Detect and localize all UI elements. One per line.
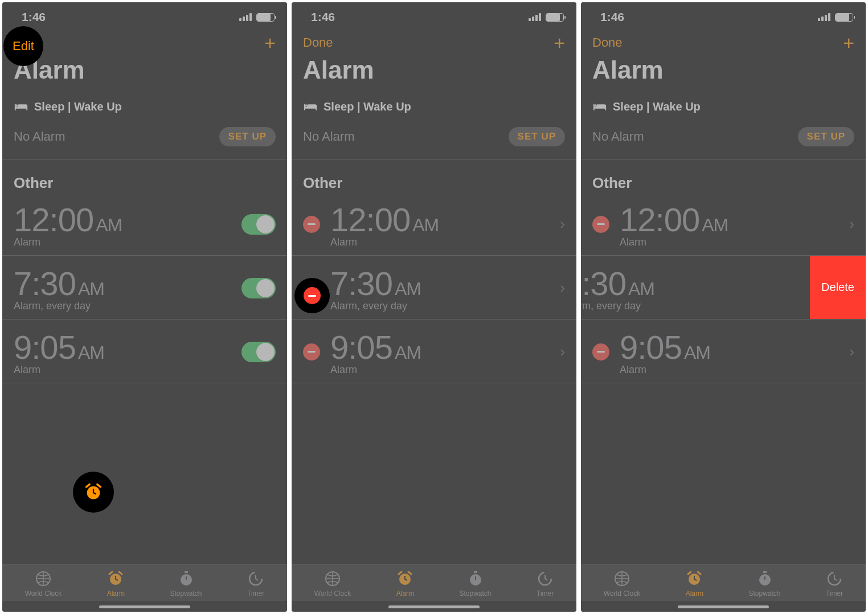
- no-alarm-label: No Alarm: [592, 129, 644, 144]
- tab-bar: World Clock Alarm Stopwatch Timer: [581, 564, 866, 601]
- alarm-row[interactable]: 7:30AM Alarm, every day: [2, 256, 287, 320]
- nav-bar: Done +: [581, 28, 866, 54]
- home-indicator[interactable]: [99, 605, 190, 608]
- battery-icon: [546, 13, 564, 22]
- chevron-right-icon: ›: [844, 215, 854, 233]
- alarm-row[interactable]: 12:00AM Alarm ›: [292, 192, 576, 256]
- status-right: [239, 13, 275, 22]
- tab-world-clock[interactable]: World Clock: [25, 570, 62, 597]
- tab-bar: World Clock Alarm Stopwatch Timer: [2, 564, 287, 601]
- sleep-section-header: Sleep | Wake Up: [2, 95, 287, 117]
- battery-icon: [835, 13, 853, 22]
- sleep-label: Sleep | Wake Up: [324, 100, 411, 113]
- alarm-row-swiped[interactable]: 7:30AM Alarm, every day › Delete: [581, 256, 866, 320]
- tab-timer[interactable]: Timer: [826, 570, 843, 597]
- chevron-right-icon: ›: [554, 215, 565, 233]
- chevron-right-icon: ›: [844, 343, 854, 361]
- bed-icon: [303, 101, 318, 113]
- status-time: 1:46: [22, 10, 46, 24]
- screen-1: 1:46 Edit + Alarm Sleep | Wake Up No Ala…: [2, 2, 287, 612]
- no-alarm-label: No Alarm: [303, 129, 354, 144]
- tab-stopwatch[interactable]: Stopwatch: [459, 570, 491, 597]
- tab-alarm[interactable]: Alarm: [107, 570, 125, 597]
- tab-stopwatch[interactable]: Stopwatch: [170, 570, 202, 597]
- alarm-row[interactable]: 9:05AM Alarm ›: [581, 320, 866, 383]
- setup-button[interactable]: SET UP: [219, 127, 276, 146]
- cellular-icon: [239, 13, 252, 21]
- sleep-row: No Alarm SET UP: [292, 117, 576, 159]
- sleep-row: No Alarm SET UP: [2, 117, 287, 159]
- chevron-right-icon: ›: [554, 343, 565, 361]
- bed-icon: [592, 101, 607, 113]
- page-title: Alarm: [292, 54, 576, 95]
- no-alarm-label: No Alarm: [14, 129, 65, 144]
- add-alarm-button[interactable]: +: [554, 36, 565, 49]
- add-alarm-button[interactable]: +: [843, 36, 854, 49]
- delete-minus-icon[interactable]: [592, 216, 609, 233]
- status-bar: 1:46: [581, 2, 866, 28]
- page-title: Alarm: [581, 54, 866, 95]
- highlight-minus-marker: [294, 278, 330, 313]
- setup-button[interactable]: SET UP: [509, 127, 565, 146]
- tab-world-clock[interactable]: World Clock: [314, 570, 351, 597]
- cellular-icon: [818, 13, 830, 21]
- tab-world-clock[interactable]: World Clock: [604, 570, 640, 597]
- battery-icon: [256, 13, 275, 22]
- sleep-section-header: Sleep | Wake Up: [292, 95, 576, 117]
- alarm-toggle[interactable]: [241, 214, 276, 235]
- add-alarm-button[interactable]: +: [264, 36, 276, 49]
- alarm-toggle[interactable]: [241, 342, 276, 362]
- delete-minus-icon[interactable]: [592, 343, 609, 361]
- other-section-header: Other: [581, 159, 866, 192]
- svg-rect-3: [185, 571, 188, 573]
- status-time: 1:46: [600, 10, 624, 24]
- screen-2: 1:46 Done + Alarm Sleep | Wake Up No Ala…: [292, 2, 576, 612]
- highlight-alarm-tab-marker: [73, 472, 114, 513]
- svg-rect-14: [763, 571, 767, 573]
- home-indicator[interactable]: [388, 605, 480, 608]
- done-button[interactable]: Done: [592, 35, 623, 50]
- done-button[interactable]: Done: [303, 35, 333, 50]
- sleep-label: Sleep | Wake Up: [613, 100, 701, 113]
- sleep-row: No Alarm SET UP: [581, 117, 866, 159]
- page-title: Alarm: [2, 54, 287, 95]
- status-right: [529, 13, 564, 22]
- delete-minus-icon[interactable]: [303, 343, 320, 361]
- delete-minus-icon[interactable]: [303, 216, 320, 233]
- alarm-row[interactable]: 9:05AM Alarm: [2, 320, 287, 383]
- status-bar: 1:46: [2, 2, 287, 28]
- chevron-right-icon: ›: [554, 279, 565, 297]
- screen-3: 1:46 Done + Alarm Sleep | Wake Up No Ala…: [581, 2, 866, 612]
- status-bar: 1:46: [292, 2, 576, 28]
- svg-rect-9: [474, 571, 477, 573]
- tab-bar: World Clock Alarm Stopwatch Timer: [292, 564, 576, 601]
- setup-button[interactable]: SET UP: [798, 127, 854, 146]
- home-indicator[interactable]: [678, 605, 769, 608]
- delete-button[interactable]: Delete: [810, 256, 866, 319]
- other-section-header: Other: [2, 159, 287, 192]
- sleep-label: Sleep | Wake Up: [34, 100, 122, 113]
- alarm-toggle[interactable]: [241, 278, 276, 298]
- alarm-row[interactable]: 12:00AM Alarm: [2, 192, 287, 256]
- tab-timer[interactable]: Timer: [537, 570, 554, 597]
- tab-stopwatch[interactable]: Stopwatch: [748, 570, 780, 597]
- tab-alarm[interactable]: Alarm: [396, 570, 414, 597]
- other-section-header: Other: [292, 159, 576, 192]
- tab-timer[interactable]: Timer: [247, 570, 264, 597]
- alarm-row[interactable]: 9:05AM Alarm ›: [292, 320, 576, 383]
- alarm-row[interactable]: 7:30AM Alarm, every day ›: [292, 256, 576, 320]
- nav-bar: Done +: [292, 28, 576, 54]
- tab-alarm[interactable]: Alarm: [686, 570, 703, 597]
- nav-bar: Edit +: [2, 28, 287, 54]
- bed-icon: [14, 101, 28, 113]
- sleep-section-header: Sleep | Wake Up: [581, 95, 866, 117]
- cellular-icon: [529, 13, 541, 21]
- highlight-edit-marker: Edit: [3, 26, 43, 66]
- status-time: 1:46: [311, 10, 335, 24]
- alarm-row[interactable]: 12:00AM Alarm ›: [581, 192, 866, 256]
- status-right: [818, 13, 853, 22]
